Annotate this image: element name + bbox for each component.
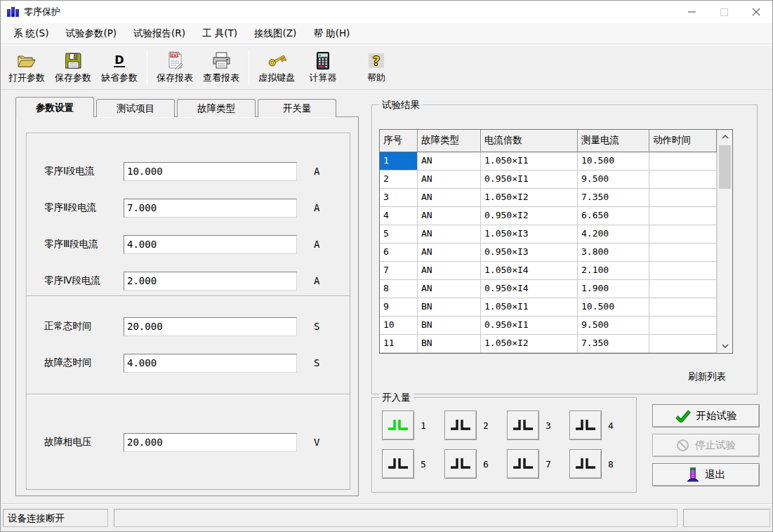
- cell-multiple[interactable]: 1.050×I3: [481, 225, 578, 244]
- scrollbar-track[interactable]: [718, 190, 732, 339]
- tab-switch-values[interactable]: 开关量: [258, 99, 336, 117]
- minimize-button[interactable]: [675, 1, 708, 23]
- cell-trip-time[interactable]: [649, 225, 717, 244]
- cell-fault[interactable]: BN: [418, 335, 481, 353]
- switch-button[interactable]: [569, 411, 602, 440]
- cell-trip-time[interactable]: [649, 189, 717, 207]
- menu-item[interactable]: 试验参数(P): [57, 24, 125, 44]
- cell-multiple[interactable]: 0.950×I4: [481, 280, 578, 298]
- param-input[interactable]: [124, 272, 297, 291]
- param-input[interactable]: [124, 354, 297, 373]
- table-row[interactable]: 2 AN 0.950×I1 9.500: [380, 171, 717, 189]
- cell-seq[interactable]: 10: [380, 317, 418, 335]
- cell-measured[interactable]: 2.100: [578, 262, 649, 280]
- cell-fault[interactable]: AN: [418, 207, 481, 225]
- tab-test-items[interactable]: 测试项目: [96, 99, 175, 117]
- menu-item[interactable]: 帮 助(H): [305, 24, 358, 44]
- help-button[interactable]: ? 帮助: [353, 47, 399, 88]
- cell-fault[interactable]: AN: [418, 280, 481, 298]
- cell-multiple[interactable]: 0.950×I1: [481, 317, 578, 335]
- cell-measured[interactable]: 7.350: [578, 189, 649, 207]
- switch-button[interactable]: [382, 449, 414, 479]
- column-header-multiple[interactable]: 电流倍数: [481, 130, 578, 152]
- cell-measured[interactable]: 1.900: [578, 280, 649, 298]
- close-button[interactable]: [740, 1, 772, 23]
- calculator-button[interactable]: 计算器: [300, 47, 346, 88]
- column-header-fault[interactable]: 故障类型: [418, 130, 481, 152]
- cell-trip-time[interactable]: [649, 244, 717, 262]
- cell-multiple[interactable]: 1.050×I1: [481, 152, 578, 171]
- default-params-button[interactable]: D 缺省参数: [96, 47, 143, 88]
- switch-button[interactable]: [507, 411, 539, 440]
- param-input[interactable]: [124, 162, 297, 181]
- cell-measured[interactable]: 9.500: [578, 171, 649, 189]
- cell-seq[interactable]: 4: [380, 207, 418, 225]
- param-input[interactable]: [124, 199, 297, 218]
- cell-trip-time[interactable]: [649, 317, 717, 335]
- exit-button[interactable]: 退出: [652, 463, 760, 486]
- cell-measured[interactable]: 10.500: [578, 298, 649, 317]
- cell-seq[interactable]: 11: [380, 335, 418, 353]
- switch-button[interactable]: [569, 449, 602, 479]
- switch-button[interactable]: [507, 449, 539, 479]
- save-params-button[interactable]: 保存参数: [50, 47, 96, 88]
- cell-seq[interactable]: 2: [380, 171, 418, 189]
- cell-measured[interactable]: 4.200: [578, 225, 649, 244]
- cell-seq[interactable]: 7: [380, 262, 418, 280]
- cell-fault[interactable]: AN: [418, 262, 481, 280]
- column-header-trip-time[interactable]: 动作时间: [649, 130, 717, 152]
- switch-button[interactable]: [382, 411, 414, 440]
- menu-item[interactable]: 工 具(T): [194, 24, 246, 44]
- cell-fault[interactable]: AN: [418, 171, 481, 189]
- cell-multiple[interactable]: 1.050×I2: [481, 189, 578, 207]
- table-row[interactable]: 1 AN 1.050×I1 10.500: [380, 152, 717, 171]
- cell-fault[interactable]: AN: [418, 189, 481, 207]
- table-row[interactable]: 10 BN 0.950×I1 9.500: [380, 317, 717, 335]
- cell-multiple[interactable]: 1.050×I1: [481, 298, 578, 317]
- scrollbar-thumb[interactable]: [719, 145, 731, 189]
- cell-fault[interactable]: AN: [418, 225, 481, 244]
- vertical-scrollbar[interactable]: [717, 130, 732, 353]
- cell-seq[interactable]: 5: [380, 225, 418, 244]
- cell-fault[interactable]: BN: [418, 317, 481, 335]
- cell-multiple[interactable]: 1.050×I4: [481, 262, 578, 280]
- cell-multiple[interactable]: 0.950×I1: [481, 171, 578, 189]
- cell-multiple[interactable]: 0.950×I2: [481, 207, 578, 225]
- cell-trip-time[interactable]: [649, 280, 717, 298]
- cell-fault[interactable]: AN: [418, 152, 481, 171]
- menu-item[interactable]: 接线图(Z): [246, 24, 305, 44]
- save-report-button[interactable]: EXL 保存报表: [152, 47, 198, 88]
- cell-trip-time[interactable]: [649, 262, 717, 280]
- start-test-button[interactable]: 开始试验: [652, 404, 760, 427]
- param-input[interactable]: [124, 235, 297, 254]
- tab-param-settings[interactable]: 参数设置: [15, 97, 94, 117]
- cell-trip-time[interactable]: [649, 152, 717, 171]
- table-row[interactable]: 9 BN 1.050×I1 10.500: [380, 298, 717, 317]
- cell-measured[interactable]: 9.500: [578, 317, 649, 335]
- cell-seq[interactable]: 8: [380, 280, 418, 298]
- cell-trip-time[interactable]: [649, 171, 717, 189]
- refresh-list-label[interactable]: 刷新列表: [688, 371, 726, 383]
- table-row[interactable]: 11 BN 1.050×I2 7.350: [380, 335, 717, 353]
- table-row[interactable]: 3 AN 1.050×I2 7.350: [380, 189, 717, 207]
- switch-button[interactable]: [444, 411, 477, 440]
- cell-trip-time[interactable]: [649, 335, 717, 353]
- table-row[interactable]: 4 AN 0.950×I2 6.650: [380, 207, 717, 225]
- table-row[interactable]: 7 AN 1.050×I4 2.100: [380, 262, 717, 280]
- cell-fault[interactable]: BN: [418, 298, 481, 317]
- table-row[interactable]: 6 AN 0.950×I3 3.800: [380, 244, 717, 262]
- cell-trip-time[interactable]: [649, 207, 717, 225]
- cell-seq[interactable]: 1: [380, 152, 418, 171]
- cell-multiple[interactable]: 1.050×I2: [481, 335, 578, 353]
- table-row[interactable]: 8 AN 0.950×I4 1.900: [380, 280, 717, 298]
- cell-seq[interactable]: 9: [380, 298, 418, 317]
- menu-item[interactable]: 系 统(S): [5, 24, 57, 44]
- scroll-up-button[interactable]: [718, 130, 732, 144]
- virtual-keyboard-button[interactable]: 虚拟键盘: [253, 47, 300, 88]
- menu-item[interactable]: 试验报告(R): [125, 24, 194, 44]
- open-params-button[interactable]: 打开参数: [4, 47, 50, 88]
- cell-seq[interactable]: 3: [380, 189, 418, 207]
- cell-measured[interactable]: 7.350: [578, 335, 649, 353]
- scroll-down-button[interactable]: [718, 339, 732, 353]
- param-input[interactable]: [124, 433, 297, 452]
